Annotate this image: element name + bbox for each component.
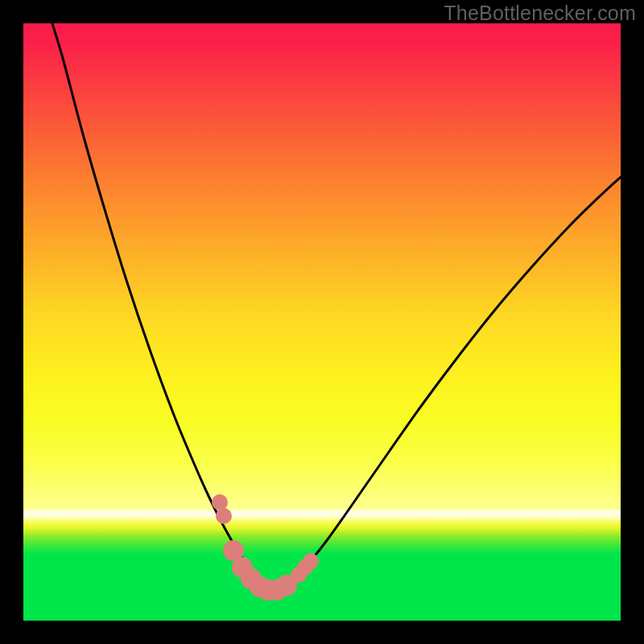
curve-left bbox=[52, 23, 274, 591]
curve-right bbox=[274, 177, 621, 591]
curve-marker bbox=[303, 553, 319, 569]
curve-markers bbox=[212, 494, 319, 601]
curve-marker bbox=[212, 494, 228, 510]
curve-layer bbox=[23, 23, 621, 621]
curve-marker bbox=[216, 508, 232, 524]
watermark-text: TheBottlenecker.com bbox=[444, 2, 636, 25]
plot-area bbox=[23, 23, 621, 621]
